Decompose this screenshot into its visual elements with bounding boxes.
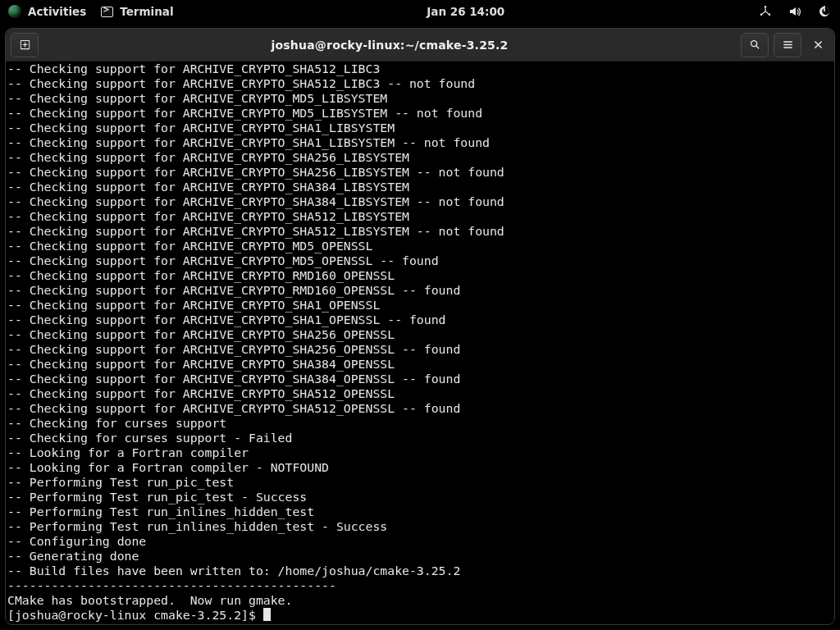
terminal-output-line: -- Checking support for ARCHIVE_CRYPTO_S… [7, 327, 833, 342]
clock-label: Jan 26 14:00 [427, 5, 504, 18]
terminal-output-line: -- Checking for curses support [7, 416, 833, 431]
terminal-output-line: -- Checking support for ARCHIVE_CRYPTO_S… [7, 62, 833, 76]
terminal-output-line: -- Looking for a Fortran compiler - NOTF… [7, 460, 833, 475]
activities-label: Activities [28, 5, 86, 18]
terminal-output-line: -- Performing Test run_inlines_hidden_te… [7, 519, 833, 534]
terminal-output-line: -- Checking support for ARCHIVE_CRYPTO_S… [7, 209, 833, 224]
terminal-output-line: -- Checking support for ARCHIVE_CRYPTO_S… [7, 313, 833, 327]
terminal-output-line: -- Performing Test run_pic_test [7, 475, 833, 490]
terminal-output-line: -- Checking support for ARCHIVE_CRYPTO_S… [7, 401, 833, 416]
active-app-indicator[interactable]: Terminal [101, 5, 173, 18]
terminal-output-line: -- Checking support for ARCHIVE_CRYPTO_S… [7, 194, 833, 209]
gnome-topbar: Activities Terminal Jan 26 14:00 [0, 0, 840, 23]
terminal-output-line: -- Performing Test run_pic_test - Succes… [7, 490, 833, 504]
terminal-output-line: -- Looking for a Fortran compiler [7, 445, 833, 460]
terminal-cursor [263, 608, 271, 621]
terminal-output-line: -- Checking for curses support - Failed [7, 431, 833, 445]
terminal-viewport[interactable]: -- Checking support for ARCHIVE_CRYPTO_S… [6, 62, 834, 624]
window-close-button[interactable] [806, 34, 829, 57]
terminal-output-line: -- Checking support for ARCHIVE_CRYPTO_S… [7, 76, 833, 91]
terminal-output-line: -- Checking support for ARCHIVE_CRYPTO_S… [7, 180, 833, 194]
terminal-output-line: -- Checking support for ARCHIVE_CRYPTO_S… [7, 224, 833, 239]
terminal-output-line: -- Checking support for ARCHIVE_CRYPTO_M… [7, 239, 833, 253]
terminal-output-line: -- Checking support for ARCHIVE_CRYPTO_S… [7, 357, 833, 372]
terminal-output-line: -- Checking support for ARCHIVE_CRYPTO_S… [7, 135, 833, 150]
clock[interactable]: Jan 26 14:00 [174, 5, 758, 18]
terminal-window: joshua@rocky-linux:~/cmake-3.25.2 -- Che… [5, 28, 835, 625]
activities-button[interactable]: Activities [8, 5, 86, 18]
terminal-output-line: -- Checking support for ARCHIVE_CRYPTO_R… [7, 283, 833, 298]
terminal-output-line: -- Checking support for ARCHIVE_CRYPTO_S… [7, 121, 833, 135]
hamburger-menu-button[interactable] [774, 33, 801, 57]
terminal-prompt-line[interactable]: [joshua@rocky-linux cmake-3.25.2]$ [7, 608, 833, 623]
activities-logo-icon [8, 5, 21, 18]
terminal-output-line: CMake has bootstrapped. Now run gmake. [7, 593, 833, 608]
terminal-output-line: -- Checking support for ARCHIVE_CRYPTO_S… [7, 298, 833, 313]
terminal-output-line: -- Checking support for ARCHIVE_CRYPTO_M… [7, 91, 833, 106]
search-button[interactable] [741, 33, 769, 57]
terminal-output-line: -- Checking support for ARCHIVE_CRYPTO_S… [7, 386, 833, 401]
terminal-output-line: -- Checking support for ARCHIVE_CRYPTO_M… [7, 253, 833, 268]
power-icon[interactable] [817, 4, 832, 19]
terminal-app-icon [101, 7, 113, 17]
window-titlebar: joshua@rocky-linux:~/cmake-3.25.2 [6, 29, 834, 62]
terminal-output-line: -- Checking support for ARCHIVE_CRYPTO_S… [7, 150, 833, 165]
terminal-output-line: -- Configuring done [7, 534, 833, 549]
network-icon[interactable] [758, 4, 773, 19]
active-app-label: Terminal [120, 5, 173, 18]
terminal-output-line: -- Checking support for ARCHIVE_CRYPTO_M… [7, 106, 833, 121]
terminal-output-line: -- Checking support for ARCHIVE_CRYPTO_R… [7, 268, 833, 283]
terminal-output-line: -- Build files have been written to: /ho… [7, 564, 833, 578]
terminal-output-line: -- Generating done [7, 549, 833, 564]
new-tab-button[interactable] [11, 33, 39, 57]
terminal-output-line: ----------------------------------------… [7, 578, 833, 593]
window-title: joshua@rocky-linux:~/cmake-3.25.2 [39, 39, 741, 52]
terminal-output-line: -- Checking support for ARCHIVE_CRYPTO_S… [7, 372, 833, 386]
terminal-output-line: -- Checking support for ARCHIVE_CRYPTO_S… [7, 342, 833, 357]
terminal-output-line: -- Performing Test run_inlines_hidden_te… [7, 504, 833, 519]
terminal-output-line: -- Checking support for ARCHIVE_CRYPTO_S… [7, 165, 833, 180]
volume-icon[interactable] [788, 4, 802, 19]
